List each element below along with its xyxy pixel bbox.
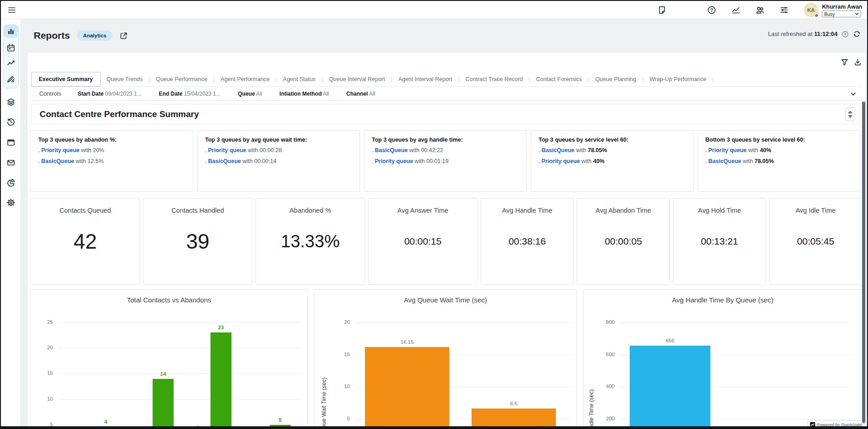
- svg-text:?: ?: [710, 7, 713, 13]
- queue-link[interactable]: Priority queue: [41, 147, 79, 153]
- kpi-value: 00:00:05: [577, 199, 669, 284]
- tab-queue-planning[interactable]: Queue Planning: [589, 72, 642, 86]
- bar[interactable]: [365, 347, 449, 428]
- bullet: .: [38, 158, 40, 164]
- sidebar-item-mail[interactable]: [4, 156, 18, 169]
- sidebar-item-calendar[interactable]: [4, 41, 18, 54]
- queue-link[interactable]: BasicQueue: [708, 158, 741, 164]
- chart-title: Avg Handle Time By Queue (sec): [584, 296, 862, 304]
- tab-agent-interval-report[interactable]: Agent Interval Report: [392, 72, 458, 86]
- avatar[interactable]: KA: [804, 3, 818, 17]
- controls-bar: Controls Start Date 09/04/2023 1...End D…: [31, 87, 862, 101]
- kpi-value: 00:00:15: [369, 199, 477, 284]
- export-icon[interactable]: [854, 59, 861, 66]
- sidebar-item-window[interactable]: [4, 136, 18, 149]
- bar[interactable]: [270, 425, 291, 428]
- tab-queue-interval-report[interactable]: Queue Interval Report: [323, 72, 391, 86]
- bar-value-label: 5: [261, 417, 300, 423]
- tab-agent-performance[interactable]: Agent Performance: [215, 72, 276, 86]
- sheet-title-box: Contact Centre Performance Summary: [31, 104, 859, 124]
- sidebar-item-layers[interactable]: [4, 96, 18, 108]
- bar-value-label: 23: [201, 325, 241, 330]
- bullet: .: [539, 158, 540, 164]
- insight-value: 00:01:19: [426, 158, 449, 164]
- controls-collapse-chevron[interactable]: [850, 91, 857, 97]
- sidebar-item-trends[interactable]: [4, 57, 18, 70]
- insight-line: .Priority queue with 00:01:19: [372, 158, 519, 164]
- queue-link[interactable]: BasicQueue: [208, 158, 241, 164]
- sidebar-item-history[interactable]: [4, 116, 18, 128]
- status-select[interactable]: Busy: [822, 10, 861, 17]
- control-end-date[interactable]: End Date 15/04/2023 1...: [159, 91, 221, 97]
- reports-panel: Executive SummaryQueue Trends|Queue Perf…: [27, 52, 866, 428]
- y-tick-label: 600: [584, 352, 615, 357]
- tab-queue-trends[interactable]: Queue Trends: [101, 72, 149, 86]
- kpi-value: 00:05:45: [770, 199, 862, 284]
- refresh-icon[interactable]: [853, 30, 861, 38]
- tab-contact-forensics[interactable]: Contact Forensics: [530, 72, 588, 86]
- bullet: .: [705, 147, 707, 153]
- help-icon[interactable]: ?: [707, 5, 716, 15]
- sheet-title: Contact Centre Performance Summary: [40, 109, 199, 119]
- bar-value-label: 6.6: [462, 401, 565, 406]
- metrics-icon[interactable]: [731, 5, 740, 15]
- preferences-sliders-icon[interactable]: [780, 5, 789, 15]
- powered-by-quicksight-badge[interactable]: Powered by QuickSight: [807, 420, 863, 428]
- control-queue[interactable]: Queue All: [238, 91, 262, 97]
- y-tick-label: 10: [314, 383, 350, 389]
- kpi-card-contacts-queued: Contacts Queued42: [31, 198, 140, 285]
- queue-link[interactable]: Priority queue: [208, 147, 246, 153]
- notes-icon[interactable]: [657, 5, 667, 15]
- analytics-badge: Analytics: [77, 31, 112, 41]
- connector-text: with: [408, 147, 421, 153]
- sidebar-item-design[interactable]: [4, 72, 18, 85]
- open-external-icon[interactable]: [120, 32, 128, 40]
- queue-link[interactable]: BasicQueue: [541, 147, 574, 153]
- queue-link[interactable]: Priority queue: [375, 158, 413, 164]
- y-tick-label: 15: [314, 352, 350, 357]
- control-channel[interactable]: Channel All: [346, 91, 375, 97]
- insight-line: .BasicQueue with 78.05%: [705, 158, 853, 164]
- control-intiation-method[interactable]: Intiation Method All: [279, 91, 329, 97]
- control-start-date[interactable]: Start Date 09/04/2023 1...: [77, 91, 141, 97]
- queue-link[interactable]: Priority queue: [708, 147, 746, 153]
- chart-card-2: Avg Handle Time By Queue (sec)Avg Handle…: [583, 289, 862, 428]
- user-name: Khurram Awan: [822, 4, 862, 10]
- sidebar-item-settings[interactable]: [4, 196, 18, 209]
- queue-link[interactable]: BasicQueue: [41, 158, 74, 164]
- tab-wrap-up-performance[interactable]: Wrap-Up Performance: [643, 72, 712, 86]
- sidebar-item-dashboards[interactable]: [4, 25, 18, 38]
- bar[interactable]: [630, 346, 710, 428]
- insight-line: .Priority queue with 40%: [539, 158, 686, 164]
- tab-contract-trace-record[interactable]: Contract Trace Record: [460, 72, 529, 86]
- kpi-value: 00:38:16: [481, 199, 573, 284]
- bar-value-label: 14: [144, 371, 183, 377]
- y-tick-label: 400: [584, 383, 615, 389]
- bar[interactable]: [153, 379, 174, 428]
- spinner-down-button[interactable]: [848, 115, 853, 118]
- bullet: .: [705, 158, 707, 164]
- filter-icon[interactable]: [841, 59, 848, 66]
- spinner-up-button[interactable]: [848, 111, 853, 113]
- insight-card: Top 3 queues by service level 60:.BasicQ…: [531, 130, 693, 192]
- tab-executive-summary[interactable]: Executive Summary: [31, 72, 101, 87]
- status-value: Busy: [824, 11, 835, 17]
- tab-queue-performance[interactable]: Queue Performance: [150, 72, 213, 86]
- sidebar: [1, 19, 21, 426]
- bar[interactable]: [472, 409, 556, 428]
- queue-link[interactable]: Priority queue: [541, 158, 580, 164]
- sidebar-item-pie-chart[interactable]: [4, 176, 18, 189]
- quicksight-icon[interactable]: [678, 3, 692, 17]
- scrollbar-thumb[interactable]: [862, 102, 865, 423]
- kpi-card-abandoned-: Abandoned %13.33%: [256, 198, 365, 285]
- users-icon[interactable]: [755, 5, 765, 15]
- y-tick-label: 25: [31, 319, 53, 325]
- queue-link[interactable]: BasicQueue: [375, 147, 407, 153]
- insight-value: 00:00:28: [260, 147, 282, 153]
- info-icon[interactable]: [842, 31, 849, 38]
- bar[interactable]: [211, 332, 231, 428]
- menu-icon[interactable]: [7, 5, 16, 15]
- tab-agent-status[interactable]: Agent Status: [277, 72, 322, 86]
- insight-line: .BasicQueue with 00:00:14: [205, 158, 352, 164]
- insight-line: .Priority queue with 00:00:28: [205, 147, 352, 153]
